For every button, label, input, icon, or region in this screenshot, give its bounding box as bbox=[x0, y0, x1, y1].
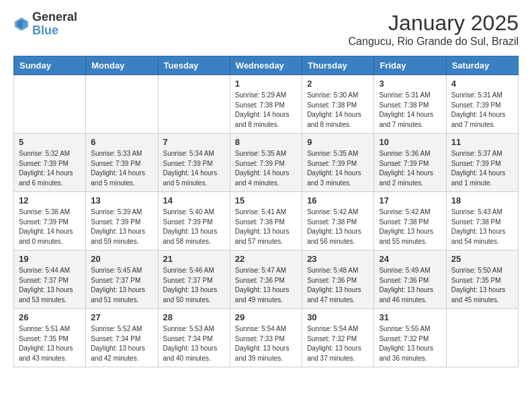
day-number: 17 bbox=[379, 195, 441, 205]
calendar-week-3: 12Sunrise: 5:38 AM Sunset: 7:39 PM Dayli… bbox=[14, 192, 519, 250]
day-number: 29 bbox=[235, 312, 297, 322]
day-info: Sunrise: 5:54 AM Sunset: 7:32 PM Dayligh… bbox=[307, 324, 369, 363]
day-info: Sunrise: 5:42 AM Sunset: 7:38 PM Dayligh… bbox=[307, 208, 369, 246]
day-number: 9 bbox=[307, 137, 369, 147]
day-number: 10 bbox=[379, 137, 441, 147]
day-info: Sunrise: 5:45 AM Sunset: 7:37 PM Dayligh… bbox=[91, 266, 152, 305]
calendar-cell bbox=[158, 75, 230, 134]
calendar-week-5: 26Sunrise: 5:51 AM Sunset: 7:35 PM Dayli… bbox=[14, 309, 519, 367]
logo-icon bbox=[13, 16, 30, 32]
day-number: 7 bbox=[163, 137, 225, 147]
calendar-header-row: Sunday Monday Tuesday Wednesday Thursday… bbox=[14, 56, 519, 75]
day-info: Sunrise: 5:34 AM Sunset: 7:39 PM Dayligh… bbox=[163, 149, 225, 188]
day-info: Sunrise: 5:44 AM Sunset: 7:37 PM Dayligh… bbox=[19, 266, 81, 305]
calendar-cell: 20Sunrise: 5:45 AM Sunset: 7:37 PM Dayli… bbox=[86, 250, 158, 309]
logo-text: General Blue bbox=[32, 11, 77, 38]
col-thursday: Thursday bbox=[302, 56, 374, 75]
calendar-cell: 31Sunrise: 5:55 AM Sunset: 7:32 PM Dayli… bbox=[374, 309, 446, 367]
col-sunday: Sunday bbox=[14, 56, 86, 75]
day-number: 31 bbox=[379, 312, 441, 322]
day-number: 20 bbox=[91, 254, 152, 264]
day-number: 30 bbox=[307, 312, 369, 322]
calendar-cell: 18Sunrise: 5:43 AM Sunset: 7:38 PM Dayli… bbox=[446, 192, 518, 250]
calendar-cell: 23Sunrise: 5:48 AM Sunset: 7:36 PM Dayli… bbox=[302, 250, 374, 309]
col-wednesday: Wednesday bbox=[230, 56, 302, 75]
calendar-cell: 26Sunrise: 5:51 AM Sunset: 7:35 PM Dayli… bbox=[14, 309, 86, 367]
col-tuesday: Tuesday bbox=[158, 56, 230, 75]
day-number: 22 bbox=[235, 254, 297, 264]
day-number: 3 bbox=[379, 79, 441, 89]
day-info: Sunrise: 5:31 AM Sunset: 7:38 PM Dayligh… bbox=[379, 91, 441, 130]
day-number: 14 bbox=[163, 195, 225, 205]
calendar-cell: 29Sunrise: 5:54 AM Sunset: 7:33 PM Dayli… bbox=[230, 309, 302, 367]
logo-general: General bbox=[32, 11, 77, 24]
calendar-cell: 5Sunrise: 5:32 AM Sunset: 7:39 PM Daylig… bbox=[14, 134, 86, 192]
calendar-cell: 9Sunrise: 5:35 AM Sunset: 7:39 PM Daylig… bbox=[302, 134, 374, 192]
page: General Blue January 2025 Cangucu, Rio G… bbox=[0, 0, 532, 378]
calendar-cell: 25Sunrise: 5:50 AM Sunset: 7:35 PM Dayli… bbox=[446, 250, 518, 309]
day-info: Sunrise: 5:53 AM Sunset: 7:34 PM Dayligh… bbox=[163, 324, 225, 363]
calendar-cell bbox=[14, 75, 86, 134]
day-number: 27 bbox=[91, 312, 152, 322]
day-number: 16 bbox=[307, 195, 369, 205]
day-info: Sunrise: 5:38 AM Sunset: 7:39 PM Dayligh… bbox=[19, 208, 81, 246]
day-info: Sunrise: 5:32 AM Sunset: 7:39 PM Dayligh… bbox=[19, 149, 81, 188]
month-title: January 2025 bbox=[349, 11, 519, 36]
day-info: Sunrise: 5:54 AM Sunset: 7:33 PM Dayligh… bbox=[235, 324, 297, 363]
calendar-cell: 19Sunrise: 5:44 AM Sunset: 7:37 PM Dayli… bbox=[14, 250, 86, 309]
logo: General Blue bbox=[13, 11, 77, 38]
calendar-cell: 10Sunrise: 5:36 AM Sunset: 7:39 PM Dayli… bbox=[374, 134, 446, 192]
day-info: Sunrise: 5:31 AM Sunset: 7:39 PM Dayligh… bbox=[451, 91, 513, 130]
day-number: 2 bbox=[307, 79, 369, 89]
day-number: 8 bbox=[235, 137, 297, 147]
day-info: Sunrise: 5:35 AM Sunset: 7:39 PM Dayligh… bbox=[235, 149, 297, 188]
calendar-cell: 14Sunrise: 5:40 AM Sunset: 7:39 PM Dayli… bbox=[158, 192, 230, 250]
day-info: Sunrise: 5:35 AM Sunset: 7:39 PM Dayligh… bbox=[307, 149, 369, 188]
day-info: Sunrise: 5:47 AM Sunset: 7:36 PM Dayligh… bbox=[235, 266, 297, 305]
day-number: 11 bbox=[451, 137, 513, 147]
calendar-cell: 27Sunrise: 5:52 AM Sunset: 7:34 PM Dayli… bbox=[86, 309, 158, 367]
calendar-cell: 24Sunrise: 5:49 AM Sunset: 7:36 PM Dayli… bbox=[374, 250, 446, 309]
day-number: 4 bbox=[451, 79, 513, 89]
calendar-table: Sunday Monday Tuesday Wednesday Thursday… bbox=[13, 56, 519, 367]
calendar-cell: 2Sunrise: 5:30 AM Sunset: 7:38 PM Daylig… bbox=[302, 75, 374, 134]
calendar-cell: 28Sunrise: 5:53 AM Sunset: 7:34 PM Dayli… bbox=[158, 309, 230, 367]
col-friday: Friday bbox=[374, 56, 446, 75]
day-info: Sunrise: 5:49 AM Sunset: 7:36 PM Dayligh… bbox=[379, 266, 441, 305]
day-number: 5 bbox=[19, 137, 81, 147]
calendar-cell: 12Sunrise: 5:38 AM Sunset: 7:39 PM Dayli… bbox=[14, 192, 86, 250]
day-info: Sunrise: 5:46 AM Sunset: 7:37 PM Dayligh… bbox=[163, 266, 225, 305]
day-number: 18 bbox=[451, 195, 513, 205]
calendar-cell bbox=[86, 75, 158, 134]
day-number: 25 bbox=[451, 254, 513, 264]
day-number: 23 bbox=[307, 254, 369, 264]
calendar-cell: 8Sunrise: 5:35 AM Sunset: 7:39 PM Daylig… bbox=[230, 134, 302, 192]
calendar-week-4: 19Sunrise: 5:44 AM Sunset: 7:37 PM Dayli… bbox=[14, 250, 519, 309]
day-info: Sunrise: 5:30 AM Sunset: 7:38 PM Dayligh… bbox=[307, 91, 369, 130]
calendar-cell: 16Sunrise: 5:42 AM Sunset: 7:38 PM Dayli… bbox=[302, 192, 374, 250]
day-number: 15 bbox=[235, 195, 297, 205]
calendar-cell: 17Sunrise: 5:42 AM Sunset: 7:38 PM Dayli… bbox=[374, 192, 446, 250]
day-info: Sunrise: 5:51 AM Sunset: 7:35 PM Dayligh… bbox=[19, 324, 81, 363]
calendar-cell: 13Sunrise: 5:39 AM Sunset: 7:39 PM Dayli… bbox=[86, 192, 158, 250]
day-number: 6 bbox=[91, 137, 152, 147]
calendar-cell: 7Sunrise: 5:34 AM Sunset: 7:39 PM Daylig… bbox=[158, 134, 230, 192]
title-block: January 2025 Cangucu, Rio Grande do Sul,… bbox=[349, 11, 519, 48]
day-number: 28 bbox=[163, 312, 225, 322]
calendar-cell: 3Sunrise: 5:31 AM Sunset: 7:38 PM Daylig… bbox=[374, 75, 446, 134]
day-info: Sunrise: 5:40 AM Sunset: 7:39 PM Dayligh… bbox=[163, 208, 225, 246]
day-info: Sunrise: 5:52 AM Sunset: 7:34 PM Dayligh… bbox=[91, 324, 152, 363]
calendar-cell: 6Sunrise: 5:33 AM Sunset: 7:39 PM Daylig… bbox=[86, 134, 158, 192]
calendar-cell: 21Sunrise: 5:46 AM Sunset: 7:37 PM Dayli… bbox=[158, 250, 230, 309]
day-number: 24 bbox=[379, 254, 441, 264]
location-title: Cangucu, Rio Grande do Sul, Brazil bbox=[349, 36, 519, 48]
calendar-week-1: 1Sunrise: 5:29 AM Sunset: 7:38 PM Daylig… bbox=[14, 75, 519, 134]
day-number: 12 bbox=[19, 195, 81, 205]
day-info: Sunrise: 5:37 AM Sunset: 7:39 PM Dayligh… bbox=[451, 149, 513, 188]
calendar-cell: 11Sunrise: 5:37 AM Sunset: 7:39 PM Dayli… bbox=[446, 134, 518, 192]
calendar-week-2: 5Sunrise: 5:32 AM Sunset: 7:39 PM Daylig… bbox=[14, 134, 519, 192]
day-info: Sunrise: 5:55 AM Sunset: 7:32 PM Dayligh… bbox=[379, 324, 441, 363]
day-info: Sunrise: 5:39 AM Sunset: 7:39 PM Dayligh… bbox=[91, 208, 152, 246]
day-info: Sunrise: 5:41 AM Sunset: 7:38 PM Dayligh… bbox=[235, 208, 297, 246]
col-saturday: Saturday bbox=[446, 56, 518, 75]
